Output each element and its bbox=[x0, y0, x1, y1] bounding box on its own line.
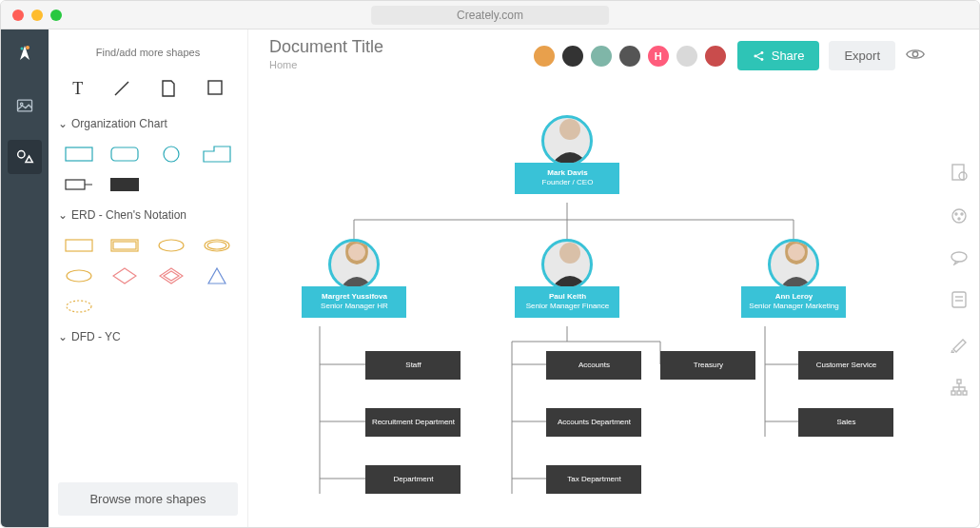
page-settings-icon[interactable] bbox=[950, 163, 969, 186]
collaborator-avatar[interactable] bbox=[532, 44, 557, 68]
share-icon bbox=[753, 49, 766, 63]
svg-rect-57 bbox=[951, 391, 955, 395]
erd-dashed[interactable] bbox=[60, 296, 98, 317]
svg-point-52 bbox=[951, 252, 967, 262]
erd-ellipse2[interactable] bbox=[60, 265, 98, 286]
left-icon-rail bbox=[1, 29, 49, 527]
shapes-tool-icon[interactable] bbox=[8, 140, 42, 174]
svg-point-0 bbox=[26, 46, 29, 49]
svg-rect-15 bbox=[113, 242, 136, 249]
node-department[interactable]: Department bbox=[365, 465, 461, 494]
browse-shapes-button[interactable]: Browse more shapes bbox=[58, 482, 238, 516]
comment-icon[interactable] bbox=[950, 250, 969, 269]
rect-tool-icon[interactable] bbox=[206, 79, 224, 102]
image-tool-icon[interactable] bbox=[8, 88, 42, 123]
document-title[interactable]: Document Title bbox=[269, 37, 383, 57]
page-tool-icon[interactable] bbox=[160, 79, 177, 102]
svg-point-48 bbox=[952, 209, 966, 223]
minimize-window-icon[interactable] bbox=[31, 10, 43, 21]
maximize-window-icon[interactable] bbox=[50, 10, 62, 21]
svg-line-5 bbox=[115, 82, 128, 95]
svg-point-51 bbox=[958, 218, 960, 220]
section-dfd[interactable]: DFD - YC bbox=[58, 330, 238, 343]
address-bar: Creately.com bbox=[371, 6, 609, 25]
shape-roundrect[interactable] bbox=[106, 144, 144, 165]
node-recruitment[interactable]: Recruitment Department bbox=[365, 408, 461, 437]
export-button[interactable]: Export bbox=[829, 41, 895, 70]
svg-point-4 bbox=[18, 151, 25, 158]
close-window-icon[interactable] bbox=[12, 10, 24, 21]
svg-rect-59 bbox=[963, 391, 967, 395]
breadcrumb[interactable]: Home bbox=[269, 59, 383, 70]
collaborator-avatar[interactable] bbox=[675, 44, 699, 68]
node-accounts-dept[interactable]: Accounts Department bbox=[546, 408, 641, 437]
svg-point-9 bbox=[164, 147, 179, 162]
preview-icon[interactable] bbox=[905, 44, 926, 68]
node-accounts[interactable]: Accounts bbox=[546, 351, 641, 380]
erd-shapes bbox=[58, 231, 238, 321]
svg-point-16 bbox=[159, 240, 184, 251]
basic-tool-row: T bbox=[58, 73, 238, 108]
sitemap-icon[interactable] bbox=[950, 378, 969, 401]
svg-rect-6 bbox=[208, 81, 222, 94]
svg-rect-8 bbox=[111, 147, 138, 161]
shape-tab[interactable] bbox=[198, 144, 236, 165]
erd-multi[interactable] bbox=[198, 235, 236, 256]
svg-point-1 bbox=[21, 48, 24, 50]
shape-rect[interactable] bbox=[60, 144, 98, 165]
shape-process[interactable] bbox=[60, 174, 98, 195]
collaborator-avatar[interactable] bbox=[703, 44, 728, 68]
svg-rect-58 bbox=[957, 391, 961, 395]
svg-rect-10 bbox=[66, 180, 85, 189]
node-sales[interactable]: Sales bbox=[798, 408, 893, 437]
canvas[interactable]: Document Title Home H Share Export bbox=[248, 29, 939, 527]
node-tax[interactable]: Tax Department bbox=[546, 465, 641, 494]
collaborator-avatar[interactable] bbox=[589, 44, 614, 68]
document-header: Document Title Home bbox=[269, 37, 383, 70]
node-mgr-hr[interactable]: Margret YussifovaSenior Manager HR bbox=[302, 239, 406, 318]
collaborator-avatar[interactable]: H bbox=[646, 44, 671, 68]
right-tool-rail bbox=[939, 29, 979, 527]
node-mgr-finance[interactable]: Paul KeithSenior Manager Finance bbox=[515, 239, 619, 318]
text-tool-icon[interactable]: T bbox=[72, 79, 83, 102]
svg-point-24 bbox=[912, 51, 918, 57]
draw-icon[interactable] bbox=[950, 334, 969, 357]
svg-point-50 bbox=[961, 213, 963, 215]
shape-circle[interactable] bbox=[152, 144, 190, 165]
svg-rect-53 bbox=[952, 292, 966, 307]
node-staff[interactable]: Staff bbox=[365, 351, 461, 380]
theme-icon[interactable] bbox=[950, 206, 969, 229]
erd-attr[interactable] bbox=[152, 235, 190, 256]
avatar-mgr-finance bbox=[541, 239, 593, 290]
shapes-sidebar: T Organization Chart ERD - Chen's Notati… bbox=[49, 29, 248, 527]
notes-icon[interactable] bbox=[951, 290, 968, 313]
erd-entity[interactable] bbox=[60, 235, 98, 256]
line-tool-icon[interactable] bbox=[112, 79, 131, 102]
node-mgr-marketing[interactable]: Ann LeroySenior Manager Marketing bbox=[741, 239, 846, 318]
collaborator-avatar[interactable] bbox=[617, 44, 642, 68]
shapes-search-input[interactable] bbox=[58, 41, 238, 64]
svg-rect-12 bbox=[110, 178, 139, 191]
section-erd[interactable]: ERD - Chen's Notation bbox=[58, 208, 238, 222]
erd-tri[interactable] bbox=[198, 265, 236, 286]
collaborator-avatar[interactable] bbox=[560, 44, 585, 68]
svg-rect-7 bbox=[66, 147, 92, 161]
collaborator-avatars[interactable]: H bbox=[532, 44, 728, 68]
shape-filled[interactable] bbox=[106, 174, 144, 195]
org-chart: Mark DavisFounder / CEO Margret Yussifov… bbox=[261, 115, 898, 515]
node-ceo[interactable]: Mark DavisFounder / CEO bbox=[515, 115, 619, 194]
node-customer[interactable]: Customer Service bbox=[798, 351, 893, 380]
avatar-ceo bbox=[541, 115, 593, 166]
erd-weak[interactable] bbox=[106, 235, 144, 256]
section-org-chart[interactable]: Organization Chart bbox=[58, 117, 238, 130]
svg-rect-13 bbox=[66, 240, 92, 251]
svg-point-49 bbox=[955, 213, 957, 215]
svg-point-47 bbox=[959, 172, 967, 180]
logo-icon[interactable] bbox=[8, 37, 42, 71]
share-button[interactable]: Share bbox=[737, 41, 820, 70]
erd-rel[interactable] bbox=[106, 265, 144, 286]
svg-point-18 bbox=[207, 242, 226, 249]
erd-rel2[interactable] bbox=[152, 265, 190, 286]
node-treasury[interactable]: Treasury bbox=[660, 351, 755, 380]
avatar-mgr-hr bbox=[328, 239, 380, 290]
